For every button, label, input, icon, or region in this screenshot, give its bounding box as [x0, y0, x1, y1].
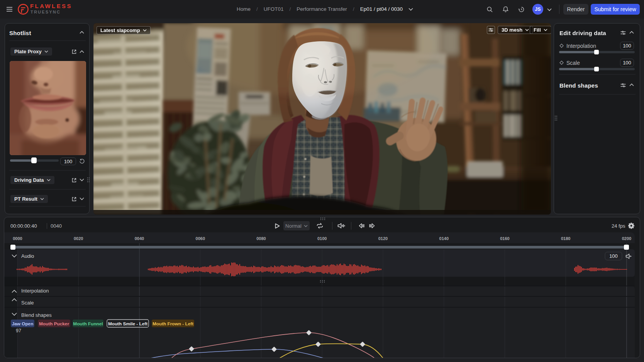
svg-text:Mouth Pucker: Mouth Pucker	[39, 321, 69, 326]
svg-text:0020: 0020	[74, 236, 83, 241]
svg-text:0160: 0160	[500, 236, 509, 241]
svg-text:0120: 0120	[378, 236, 388, 241]
svg-text:Blend shapes: Blend shapes	[21, 312, 52, 318]
svg-text:Mouth Frown - Left: Mouth Frown - Left	[153, 321, 193, 326]
svg-text:Mouth Funnel: Mouth Funnel	[73, 321, 103, 326]
svg-text:Audio: Audio	[21, 253, 34, 259]
svg-text:97: 97	[16, 328, 21, 333]
svg-text:Interpolation: Interpolation	[21, 288, 49, 294]
svg-text:100: 100	[609, 253, 618, 259]
svg-text:0080: 0080	[256, 236, 266, 241]
svg-text:0100: 0100	[317, 236, 327, 241]
svg-text:Scale: Scale	[21, 300, 34, 306]
svg-text:0000: 0000	[13, 236, 22, 241]
svg-text:0180: 0180	[561, 236, 570, 241]
svg-text:0200: 0200	[622, 236, 631, 241]
svg-text:Mouth Smile - Left: Mouth Smile - Left	[108, 321, 147, 326]
svg-text:0140: 0140	[439, 236, 449, 241]
svg-text:Jaw Open: Jaw Open	[12, 321, 34, 326]
svg-text:0040: 0040	[135, 236, 144, 241]
svg-text:0060: 0060	[196, 236, 205, 241]
